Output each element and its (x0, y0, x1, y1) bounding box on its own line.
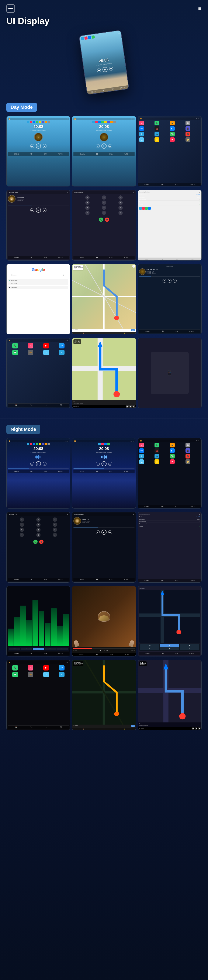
night-screen-video: 00:02:30 ⏮ ⏸ ⏭ 00:10:00 SMAIL ☎ ETA (72, 586, 136, 657)
night-mode-section: Night Mode 📶17:46 (0, 421, 208, 738)
night-screen-carplay-home: 📶17:46 📞 ♪ ▶ 🗺 💬 📻 🎙 ✈ 🏠 (6, 660, 70, 730)
night-screen-maps-night: 0.4 mi ETA 9.0 mi Start on Gonzague Road… (138, 660, 202, 730)
night-screen-music: Bluetooth_Music⇄ ♪ Music Title Music Alb… (72, 512, 136, 582)
day-mode-badge: Day Mode (6, 103, 37, 112)
hero-subtitle: A stunning display of details (96, 62, 112, 66)
night-screen-home-2: 📶17:46 20:08 A stunning display of detai… (72, 438, 136, 509)
night-row-3: LOW MID HIGH VOL BAL SMAIL ☎ ETA AUTS (6, 586, 202, 657)
day-screen-map: Sunny Coffee Modern Restaurant Poblacion… (72, 264, 136, 334)
svg-point-24 (179, 713, 186, 719)
day-screen-social: LocalMusic 华乐_洞箫_龙女.mp3 华乐_洞箫_龙女 华乐_洞箫_m… (138, 264, 202, 334)
svg-point-4 (114, 316, 119, 320)
day-screen-carplay-home: 📶17:46 📞 ♪ ▶ 🗺 💬 📻 🎙 ✈ 🏠 (6, 338, 70, 408)
header-left (6, 4, 15, 13)
hamburger-line-3 (8, 10, 13, 10)
hero-time: 20:08 (98, 57, 109, 63)
day-row-1: 📶17:46 20:08 A stunning display of detai… (6, 116, 202, 186)
night-screen-map-direction: Navigation ◀ (138, 586, 202, 657)
day-row-3: Google Search... 🎤 🌍 Google Search 🎤 Voi… (6, 264, 202, 334)
day-row-4: 📶17:46 📞 ♪ ▶ 🗺 💬 📻 🎙 ✈ 🏠 (6, 338, 202, 408)
hero-player-controls: ◀◀ ▶ ▶▶ (96, 66, 113, 73)
day-row-2: Bluetooth_Music⇄ ♪ Music Title Music Alb… (6, 190, 202, 260)
page-title: UI Display (0, 15, 208, 30)
mode-divider (0, 418, 208, 418)
svg-point-9 (113, 391, 120, 397)
menu-button[interactable] (6, 4, 15, 13)
night-screen-waze: Sunny Coffee Modern Restaurant Poblacion… (72, 660, 136, 730)
svg-point-19 (114, 711, 119, 716)
night-row-4: 📶17:46 📞 ♪ ▶ 🗺 💬 📻 🎙 ✈ 🏠 (6, 660, 202, 730)
svg-point-13 (176, 630, 181, 634)
day-mode-section: Day Mode 📶17:46 (0, 99, 208, 416)
night-screen-call: Bluetooth_Call⇄ 1 2 3 4 5 6 7 8 9 * 0 (6, 512, 70, 582)
day-screen-call: Bluetooth_Call⇄ 1 2 3 4 5 6 7 8 9 * 0 (72, 190, 136, 260)
page-header: ≡ (0, 0, 208, 15)
hero-next-btn[interactable]: ▶▶ (109, 67, 113, 71)
hamburger-line-1 (8, 7, 13, 7)
day-screen-home-1: 📶17:46 20:08 A stunning display of detai… (6, 116, 70, 186)
night-mode-badge: Night Mode (6, 425, 40, 434)
day-screen-google: Google Search... 🎤 🌍 Google Search 🎤 Voi… (6, 264, 70, 334)
night-screen-apps: 📶17:46 ♪ 📞 📻 ⚙ 🗺 🚗 BT 📱 ✈ 📺 📡 (138, 438, 202, 509)
hero-device: 17:46 20:08 A stunning display of detail… (79, 30, 129, 95)
hamburger-line-2 (8, 8, 13, 9)
night-screen-home-1: 📶17:46 20:08 A stunning display of detai… (6, 438, 70, 509)
nav-dots-button[interactable]: ≡ (198, 6, 202, 11)
night-row-2: Bluetooth_Call⇄ 1 2 3 4 5 6 7 8 9 * 0 (6, 512, 202, 582)
hero-prev-btn[interactable]: ◀◀ (97, 68, 101, 72)
night-screen-eq: LOW MID HIGH VOL BAL SMAIL ☎ ETA AUTS (6, 586, 70, 657)
hero-section: 17:46 20:08 A stunning display of detail… (0, 30, 208, 99)
hero-play-btn[interactable]: ▶ (102, 67, 108, 72)
day-screen-apps: 📶17:46 ♪ 📞 📻 ⚙ 🗺 🚗 BT 📱 ✈ 📺 📡 (138, 116, 202, 186)
day-screen-settings: Bluetooth_Settings⇄ Device nameCarBT Dev… (138, 190, 202, 260)
night-screen-settings: Bluetooth_Settings⇄ Device nameCarBT Dev… (138, 512, 202, 582)
night-row-1: 📶17:46 20:08 A stunning display of detai… (6, 438, 202, 509)
day-screen-home-2: 📶17:46 20:08 A stunning display of detai… (72, 116, 136, 186)
day-screen-placeholder: 📱 (138, 338, 202, 408)
day-screen-maps-nav: 0.4 mi ETA 9.0 mi Start on Gonzague Road… (72, 338, 136, 408)
day-screen-music: Bluetooth_Music⇄ ♪ Music Title Music Alb… (6, 190, 70, 260)
